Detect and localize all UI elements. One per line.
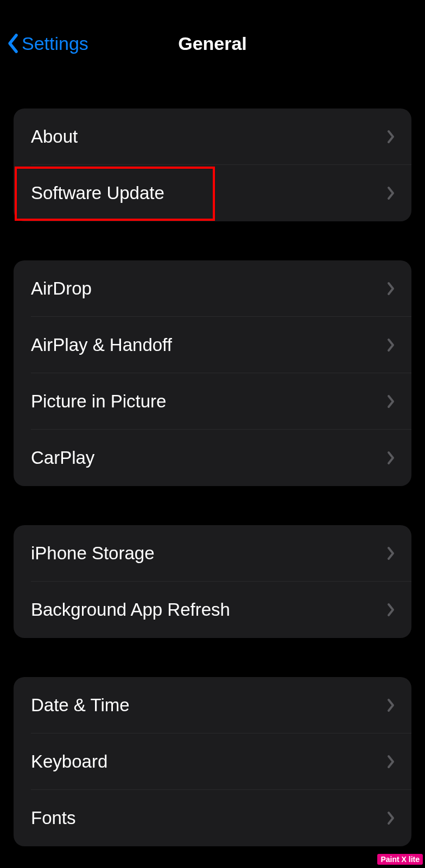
navigation-bar: Settings General — [0, 16, 425, 71]
chevron-right-icon — [386, 698, 395, 713]
row-label: Keyboard — [31, 751, 107, 772]
chevron-left-icon — [7, 33, 18, 54]
row-label: Fonts — [31, 808, 76, 828]
watermark-badge: Paint X lite — [377, 854, 423, 865]
row-label: Background App Refresh — [31, 599, 230, 620]
row-airplay-handoff[interactable]: AirPlay & Handoff — [14, 317, 411, 373]
settings-group-1: About Software Update — [14, 108, 411, 221]
page-title: General — [178, 33, 247, 54]
settings-group-2: AirDrop AirPlay & Handoff Picture in Pic… — [14, 260, 411, 486]
row-label: Software Update — [31, 183, 164, 203]
settings-content: About Software Update AirDrop AirPlay & … — [0, 108, 425, 846]
row-airdrop[interactable]: AirDrop — [14, 260, 411, 317]
row-background-app-refresh[interactable]: Background App Refresh — [14, 582, 411, 638]
chevron-right-icon — [386, 546, 395, 561]
chevron-right-icon — [386, 337, 395, 353]
chevron-right-icon — [386, 186, 395, 201]
row-label: Date & Time — [31, 695, 130, 716]
back-button-label: Settings — [22, 33, 88, 54]
chevron-right-icon — [386, 394, 395, 409]
chevron-right-icon — [386, 450, 395, 465]
row-label: About — [31, 126, 78, 147]
row-keyboard[interactable]: Keyboard — [14, 733, 411, 790]
back-button[interactable]: Settings — [7, 33, 88, 54]
row-software-update[interactable]: Software Update — [14, 165, 411, 221]
row-fonts[interactable]: Fonts — [14, 790, 411, 846]
row-label: AirDrop — [31, 278, 92, 299]
row-about[interactable]: About — [14, 108, 411, 165]
row-carplay[interactable]: CarPlay — [14, 430, 411, 486]
chevron-right-icon — [386, 281, 395, 296]
row-label: AirPlay & Handoff — [31, 335, 172, 355]
settings-group-3: iPhone Storage Background App Refresh — [14, 525, 411, 638]
row-label: Picture in Picture — [31, 391, 166, 412]
settings-group-4: Date & Time Keyboard Fonts — [14, 677, 411, 846]
chevron-right-icon — [386, 129, 395, 144]
chevron-right-icon — [386, 810, 395, 826]
chevron-right-icon — [386, 602, 395, 617]
row-label: CarPlay — [31, 448, 94, 468]
row-picture-in-picture[interactable]: Picture in Picture — [14, 373, 411, 430]
chevron-right-icon — [386, 754, 395, 769]
row-iphone-storage[interactable]: iPhone Storage — [14, 525, 411, 582]
row-label: iPhone Storage — [31, 543, 155, 564]
row-date-time[interactable]: Date & Time — [14, 677, 411, 733]
